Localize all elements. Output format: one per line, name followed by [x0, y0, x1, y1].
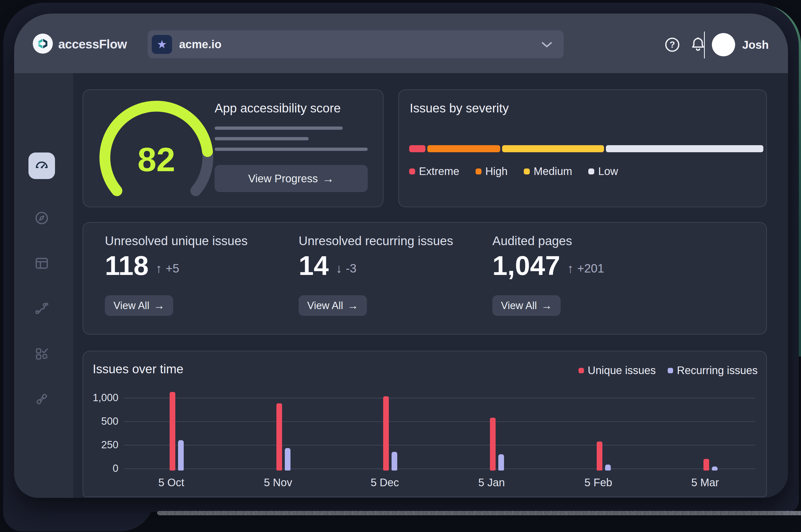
legend-swatch-icon	[409, 169, 415, 174]
bar-unique-issues	[383, 396, 389, 471]
x-axis-label: 5 Mar	[675, 476, 735, 489]
severity-stacked-bar	[409, 145, 763, 152]
main-content: 82 App accessibility score View Progress…	[73, 73, 788, 498]
stat-label: Unresolved unique issues	[105, 233, 248, 248]
view-progress-label: View Progress	[248, 173, 318, 185]
compass-icon	[34, 210, 50, 226]
svg-text:?: ?	[670, 40, 675, 50]
stats-card: Unresolved unique issues 118 ↑ +5 View A…	[83, 222, 767, 335]
gridline	[124, 445, 755, 445]
legend-swatch-icon	[588, 169, 594, 174]
bar-recurring-issues	[392, 452, 397, 471]
bar-unique-issues	[597, 441, 602, 471]
chart-legend-item: Unique issues	[579, 364, 656, 377]
arrow-right-icon: →	[541, 300, 552, 311]
legend-swatch-icon	[524, 169, 530, 174]
brand-name: accessFlow	[58, 37, 127, 52]
layout-icon	[34, 255, 50, 271]
bar-recurring-issues	[285, 448, 291, 471]
severity-segment-extreme	[409, 145, 425, 152]
stat-unique-issues: Unresolved unique issues 118 ↑ +5 View A…	[105, 223, 295, 334]
skeleton-line	[215, 148, 368, 151]
bar-recurring-issues	[498, 454, 504, 471]
stat-audited-pages: Audited pages 1,047 ↑ +201 View All →	[492, 223, 682, 334]
project-selector-value: acme.io	[179, 38, 221, 51]
severity-segment-high	[427, 145, 500, 152]
stat-value: 14	[299, 252, 329, 279]
severity-segment-medium	[502, 145, 604, 152]
topbar: accessFlow ★ acme.io ? Josh	[14, 14, 788, 73]
view-all-button[interactable]: View All →	[492, 295, 561, 316]
y-axis-label: 1,000	[83, 392, 118, 404]
x-axis-label: 5 Oct	[142, 476, 201, 489]
noise-texture-band	[157, 511, 801, 515]
bar-recurring-issues	[605, 464, 611, 471]
components-check-icon	[34, 346, 50, 362]
issues-by-severity-card: Issues by severity ExtremeHighMediumLow	[398, 89, 767, 207]
gridline	[124, 398, 755, 398]
user-name: Josh	[742, 38, 769, 52]
gauge-icon	[34, 158, 50, 174]
stat-delta: ↓ -3	[336, 261, 356, 279]
x-axis-label: 5 Jan	[462, 476, 521, 489]
view-all-button[interactable]: View All →	[299, 295, 367, 316]
sidebar-item-pages[interactable]	[29, 250, 55, 277]
x-axis-label: 5 Feb	[569, 476, 628, 489]
gridline	[124, 468, 755, 469]
sidebar-item-components[interactable]	[29, 341, 55, 367]
bar-unique-issues	[490, 418, 496, 471]
stat-recurring-issues: Unresolved recurring issues 14 ↓ -3 View…	[299, 223, 488, 334]
user-avatar[interactable]	[712, 33, 735, 56]
arrow-right-icon: →	[348, 300, 358, 311]
accessflow-logo-icon	[36, 37, 49, 50]
chevron-down-icon	[541, 42, 552, 48]
bar-recurring-issues	[178, 440, 184, 471]
bar-recurring-issues	[712, 467, 718, 471]
route-icon	[34, 301, 50, 316]
stat-label: Unresolved recurring issues	[299, 233, 453, 248]
issues-over-time-card: Issues over time Unique issuesRecurring …	[83, 351, 767, 497]
severity-card-title: Issues by severity	[410, 101, 509, 115]
y-axis-label: 250	[83, 439, 118, 451]
severity-legend-item: Low	[588, 165, 618, 177]
view-progress-button[interactable]: View Progress →	[215, 165, 368, 192]
sidebar-item-dashboard[interactable]	[29, 152, 55, 179]
legend-swatch-icon	[579, 368, 584, 373]
severity-legend-item: High	[476, 165, 507, 177]
brand-logo	[33, 34, 53, 54]
legend-swatch-icon	[476, 169, 482, 174]
skeleton-line	[215, 137, 309, 140]
arrow-down-icon: ↓	[336, 261, 342, 276]
bar-unique-issues	[704, 459, 709, 471]
score-value: 82	[137, 140, 175, 178]
sidebar-item-integrations[interactable]	[29, 386, 55, 412]
plug-icon	[34, 391, 50, 407]
topbar-divider	[704, 32, 705, 58]
stat-label: Audited pages	[492, 233, 572, 248]
chart-legend-item: Recurring issues	[668, 364, 758, 377]
score-card-title: App accessibility score	[215, 101, 341, 115]
project-selector[interactable]: ★ acme.io	[148, 30, 564, 58]
score-gauge: 82	[87, 93, 228, 209]
stat-value: 118	[105, 252, 149, 279]
x-axis-label: 5 Dec	[355, 476, 415, 489]
app-window: accessFlow ★ acme.io ? Josh	[14, 14, 788, 498]
skeleton-line	[215, 127, 343, 130]
sidebar	[14, 73, 73, 498]
arrow-right-icon: →	[154, 300, 165, 311]
view-all-button[interactable]: View All →	[105, 295, 173, 316]
sidebar-item-explore[interactable]	[29, 205, 55, 231]
severity-legend: ExtremeHighMediumLow	[409, 165, 618, 177]
star-icon: ★	[152, 35, 172, 54]
arrow-up-icon: ↑	[155, 261, 162, 276]
y-axis-label: 0	[83, 463, 118, 474]
arrow-right-icon: →	[322, 173, 334, 185]
arrow-up-icon: ↑	[567, 261, 573, 276]
sidebar-item-flows[interactable]	[29, 295, 55, 322]
help-icon[interactable]: ?	[664, 36, 681, 53]
screenshot-stage: accessFlow ★ acme.io ? Josh	[0, 0, 801, 532]
stat-delta: ↑ +201	[567, 261, 604, 279]
accessibility-score-card: 82 App accessibility score View Progress…	[83, 89, 384, 207]
bar-unique-issues	[276, 403, 282, 471]
severity-legend-item: Extreme	[409, 165, 459, 177]
